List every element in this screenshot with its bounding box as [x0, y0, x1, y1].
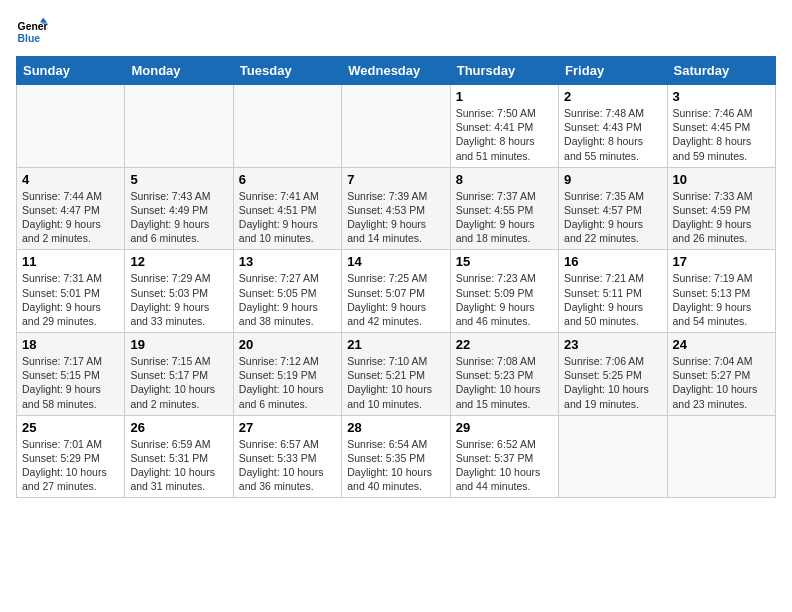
day-cell: 16Sunrise: 7:21 AM Sunset: 5:11 PM Dayli…	[559, 250, 667, 333]
day-cell: 21Sunrise: 7:10 AM Sunset: 5:21 PM Dayli…	[342, 333, 450, 416]
svg-text:Blue: Blue	[18, 33, 41, 44]
day-number: 2	[564, 89, 661, 104]
week-row-5: 25Sunrise: 7:01 AM Sunset: 5:29 PM Dayli…	[17, 415, 776, 498]
day-info: Sunrise: 7:33 AM Sunset: 4:59 PM Dayligh…	[673, 189, 770, 246]
col-header-friday: Friday	[559, 57, 667, 85]
day-cell	[125, 85, 233, 168]
day-number: 19	[130, 337, 227, 352]
day-info: Sunrise: 7:31 AM Sunset: 5:01 PM Dayligh…	[22, 271, 119, 328]
day-number: 6	[239, 172, 336, 187]
day-info: Sunrise: 7:15 AM Sunset: 5:17 PM Dayligh…	[130, 354, 227, 411]
day-info: Sunrise: 7:01 AM Sunset: 5:29 PM Dayligh…	[22, 437, 119, 494]
day-cell	[667, 415, 775, 498]
day-number: 8	[456, 172, 553, 187]
day-cell: 27Sunrise: 6:57 AM Sunset: 5:33 PM Dayli…	[233, 415, 341, 498]
week-row-3: 11Sunrise: 7:31 AM Sunset: 5:01 PM Dayli…	[17, 250, 776, 333]
day-number: 25	[22, 420, 119, 435]
day-cell: 9Sunrise: 7:35 AM Sunset: 4:57 PM Daylig…	[559, 167, 667, 250]
day-info: Sunrise: 7:44 AM Sunset: 4:47 PM Dayligh…	[22, 189, 119, 246]
day-info: Sunrise: 6:57 AM Sunset: 5:33 PM Dayligh…	[239, 437, 336, 494]
day-cell: 3Sunrise: 7:46 AM Sunset: 4:45 PM Daylig…	[667, 85, 775, 168]
day-cell: 24Sunrise: 7:04 AM Sunset: 5:27 PM Dayli…	[667, 333, 775, 416]
col-header-thursday: Thursday	[450, 57, 558, 85]
day-number: 5	[130, 172, 227, 187]
day-number: 7	[347, 172, 444, 187]
day-number: 12	[130, 254, 227, 269]
col-header-sunday: Sunday	[17, 57, 125, 85]
day-info: Sunrise: 6:54 AM Sunset: 5:35 PM Dayligh…	[347, 437, 444, 494]
day-number: 29	[456, 420, 553, 435]
day-cell: 22Sunrise: 7:08 AM Sunset: 5:23 PM Dayli…	[450, 333, 558, 416]
day-number: 14	[347, 254, 444, 269]
day-number: 26	[130, 420, 227, 435]
day-info: Sunrise: 7:08 AM Sunset: 5:23 PM Dayligh…	[456, 354, 553, 411]
day-info: Sunrise: 6:52 AM Sunset: 5:37 PM Dayligh…	[456, 437, 553, 494]
day-cell: 11Sunrise: 7:31 AM Sunset: 5:01 PM Dayli…	[17, 250, 125, 333]
day-number: 3	[673, 89, 770, 104]
day-info: Sunrise: 7:29 AM Sunset: 5:03 PM Dayligh…	[130, 271, 227, 328]
day-cell: 7Sunrise: 7:39 AM Sunset: 4:53 PM Daylig…	[342, 167, 450, 250]
day-number: 20	[239, 337, 336, 352]
day-info: Sunrise: 6:59 AM Sunset: 5:31 PM Dayligh…	[130, 437, 227, 494]
day-info: Sunrise: 7:46 AM Sunset: 4:45 PM Dayligh…	[673, 106, 770, 163]
day-info: Sunrise: 7:19 AM Sunset: 5:13 PM Dayligh…	[673, 271, 770, 328]
day-cell: 13Sunrise: 7:27 AM Sunset: 5:05 PM Dayli…	[233, 250, 341, 333]
col-header-monday: Monday	[125, 57, 233, 85]
day-info: Sunrise: 7:48 AM Sunset: 4:43 PM Dayligh…	[564, 106, 661, 163]
logo-icon: General Blue	[16, 16, 48, 48]
day-info: Sunrise: 7:50 AM Sunset: 4:41 PM Dayligh…	[456, 106, 553, 163]
day-cell: 28Sunrise: 6:54 AM Sunset: 5:35 PM Dayli…	[342, 415, 450, 498]
day-cell: 15Sunrise: 7:23 AM Sunset: 5:09 PM Dayli…	[450, 250, 558, 333]
day-cell: 5Sunrise: 7:43 AM Sunset: 4:49 PM Daylig…	[125, 167, 233, 250]
logo: General Blue	[16, 16, 48, 48]
day-cell	[342, 85, 450, 168]
day-cell: 19Sunrise: 7:15 AM Sunset: 5:17 PM Dayli…	[125, 333, 233, 416]
day-info: Sunrise: 7:25 AM Sunset: 5:07 PM Dayligh…	[347, 271, 444, 328]
day-info: Sunrise: 7:17 AM Sunset: 5:15 PM Dayligh…	[22, 354, 119, 411]
day-info: Sunrise: 7:06 AM Sunset: 5:25 PM Dayligh…	[564, 354, 661, 411]
day-cell: 23Sunrise: 7:06 AM Sunset: 5:25 PM Dayli…	[559, 333, 667, 416]
week-row-1: 1Sunrise: 7:50 AM Sunset: 4:41 PM Daylig…	[17, 85, 776, 168]
day-cell: 4Sunrise: 7:44 AM Sunset: 4:47 PM Daylig…	[17, 167, 125, 250]
day-info: Sunrise: 7:37 AM Sunset: 4:55 PM Dayligh…	[456, 189, 553, 246]
day-info: Sunrise: 7:35 AM Sunset: 4:57 PM Dayligh…	[564, 189, 661, 246]
day-cell: 8Sunrise: 7:37 AM Sunset: 4:55 PM Daylig…	[450, 167, 558, 250]
day-number: 22	[456, 337, 553, 352]
day-number: 9	[564, 172, 661, 187]
day-info: Sunrise: 7:41 AM Sunset: 4:51 PM Dayligh…	[239, 189, 336, 246]
day-number: 11	[22, 254, 119, 269]
week-row-2: 4Sunrise: 7:44 AM Sunset: 4:47 PM Daylig…	[17, 167, 776, 250]
day-number: 1	[456, 89, 553, 104]
day-number: 17	[673, 254, 770, 269]
day-number: 13	[239, 254, 336, 269]
day-cell: 17Sunrise: 7:19 AM Sunset: 5:13 PM Dayli…	[667, 250, 775, 333]
day-cell: 12Sunrise: 7:29 AM Sunset: 5:03 PM Dayli…	[125, 250, 233, 333]
week-row-4: 18Sunrise: 7:17 AM Sunset: 5:15 PM Dayli…	[17, 333, 776, 416]
day-cell: 2Sunrise: 7:48 AM Sunset: 4:43 PM Daylig…	[559, 85, 667, 168]
calendar-table: SundayMondayTuesdayWednesdayThursdayFrid…	[16, 56, 776, 498]
day-number: 28	[347, 420, 444, 435]
day-number: 27	[239, 420, 336, 435]
col-header-wednesday: Wednesday	[342, 57, 450, 85]
day-cell: 14Sunrise: 7:25 AM Sunset: 5:07 PM Dayli…	[342, 250, 450, 333]
day-number: 23	[564, 337, 661, 352]
day-number: 16	[564, 254, 661, 269]
day-info: Sunrise: 7:04 AM Sunset: 5:27 PM Dayligh…	[673, 354, 770, 411]
day-cell	[559, 415, 667, 498]
day-cell	[233, 85, 341, 168]
day-info: Sunrise: 7:39 AM Sunset: 4:53 PM Dayligh…	[347, 189, 444, 246]
col-header-tuesday: Tuesday	[233, 57, 341, 85]
day-number: 10	[673, 172, 770, 187]
day-cell: 1Sunrise: 7:50 AM Sunset: 4:41 PM Daylig…	[450, 85, 558, 168]
day-info: Sunrise: 7:10 AM Sunset: 5:21 PM Dayligh…	[347, 354, 444, 411]
day-cell: 18Sunrise: 7:17 AM Sunset: 5:15 PM Dayli…	[17, 333, 125, 416]
day-cell: 25Sunrise: 7:01 AM Sunset: 5:29 PM Dayli…	[17, 415, 125, 498]
day-number: 24	[673, 337, 770, 352]
day-cell: 26Sunrise: 6:59 AM Sunset: 5:31 PM Dayli…	[125, 415, 233, 498]
day-cell: 20Sunrise: 7:12 AM Sunset: 5:19 PM Dayli…	[233, 333, 341, 416]
page-header: General Blue	[16, 16, 776, 48]
day-cell: 29Sunrise: 6:52 AM Sunset: 5:37 PM Dayli…	[450, 415, 558, 498]
day-info: Sunrise: 7:21 AM Sunset: 5:11 PM Dayligh…	[564, 271, 661, 328]
day-info: Sunrise: 7:23 AM Sunset: 5:09 PM Dayligh…	[456, 271, 553, 328]
col-header-saturday: Saturday	[667, 57, 775, 85]
